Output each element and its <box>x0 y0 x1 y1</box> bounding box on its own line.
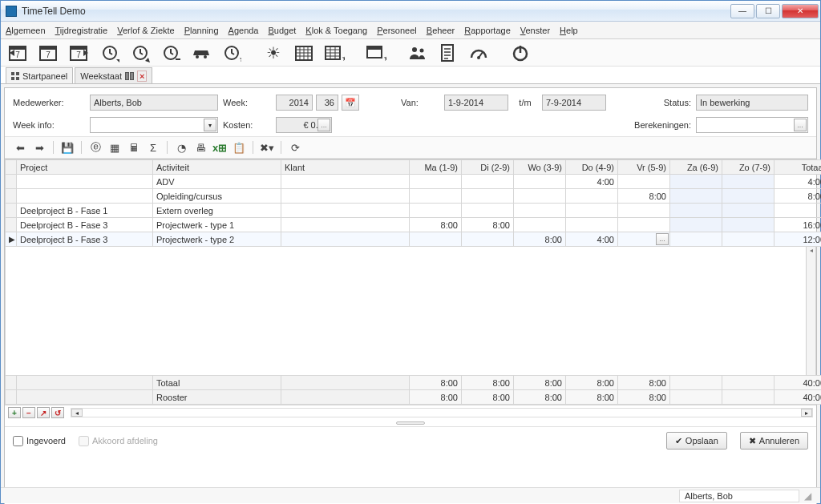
col-vr[interactable]: Vr (5-9) <box>618 160 670 175</box>
toolbar-clock1-icon[interactable] <box>99 42 121 64</box>
menu-venster[interactable]: Venster <box>520 26 550 35</box>
week-number-field[interactable]: 36 <box>316 95 338 111</box>
toolbar-calendar-star-icon[interactable]: ★ <box>323 42 346 64</box>
scroll-right-icon[interactable]: ▸ <box>801 409 812 417</box>
menu-agenda[interactable]: Agenda <box>229 26 259 35</box>
annuleren-button[interactable]: ✖ Annuleren <box>740 432 808 450</box>
berekeningen-label: Berekeningen: <box>627 120 691 130</box>
col-wo[interactable]: Wo (3-9) <box>514 160 566 175</box>
bottom-bar: Ingevoerd Akkoord afdeling ✔ Opslaan ✖ A… <box>5 426 816 454</box>
tab-weekstaat[interactable]: Weekstaat × <box>75 67 152 83</box>
cancel-icon: ✖ <box>749 436 756 446</box>
toolbar-week-next-icon[interactable]: 7 <box>68 42 91 64</box>
col-project[interactable]: Project <box>17 160 153 175</box>
save-icon[interactable]: 💾 <box>60 140 75 155</box>
col-ma[interactable]: Ma (1-9) <box>410 160 462 175</box>
table-row[interactable]: Opleiding/cursus8:008:00 <box>6 189 822 204</box>
toolbar-clock3-icon[interactable] <box>160 42 182 64</box>
print-icon[interactable]: 🖶 <box>193 140 208 155</box>
resize-grip-icon[interactable]: ◢ <box>804 490 815 502</box>
app-window: TimeTell Demo — ☐ ✕ Algemeen Tijdregistr… <box>0 0 821 504</box>
ellipsis-icon[interactable]: … <box>794 119 807 131</box>
svg-text:7: 7 <box>15 50 20 59</box>
window-minimize-button[interactable]: — <box>730 4 754 18</box>
horizontal-scrollbar[interactable]: ◂ ▸ <box>71 408 813 417</box>
toolbar-week-current-icon[interactable]: 7 <box>38 42 60 64</box>
toolbar-sun-icon[interactable]: ☀ <box>262 42 285 64</box>
weekinfo-dropdown[interactable]: ▾ <box>90 117 218 133</box>
nav-next-icon[interactable]: ➡ <box>32 140 47 155</box>
menu-algemeen[interactable]: Algemeen <box>6 26 46 35</box>
grid-icon[interactable]: ▦ <box>107 140 122 155</box>
toolbar-car-icon[interactable] <box>190 42 212 64</box>
menu-help[interactable]: Help <box>560 26 578 35</box>
kosten-label: Kosten: <box>223 120 271 130</box>
menu-rapportage[interactable]: Rapportage <box>464 26 511 35</box>
row-indicator: ▶ <box>6 232 17 247</box>
menu-klok-toegang[interactable]: Klok & Toegang <box>305 26 367 35</box>
tab-close-button[interactable]: × <box>137 71 147 82</box>
col-za[interactable]: Za (6-9) <box>670 160 722 175</box>
tab-startpaneel[interactable]: Startpaneel <box>6 67 73 83</box>
toolbar-people-icon[interactable] <box>406 42 429 64</box>
scroll-indicator-icon[interactable]: ◂ <box>806 247 815 375</box>
ingevoerd-checkbox[interactable]: Ingevoerd <box>13 436 66 446</box>
toolbar-report-icon[interactable] <box>437 42 459 64</box>
menu-tijdregistratie[interactable]: Tijdregistratie <box>55 26 108 35</box>
col-di[interactable]: Di (2-9) <box>462 160 514 175</box>
euro-icon[interactable]: ⓔ <box>88 140 103 155</box>
excel-icon[interactable]: x⊞ <box>212 140 227 155</box>
col-do[interactable]: Do (4-9) <box>566 160 618 175</box>
kosten-field[interactable]: € 0.00 … <box>276 117 332 133</box>
splitter-handle[interactable] <box>5 420 816 426</box>
row-dup-button[interactable]: ↗ <box>37 407 50 418</box>
col-zo[interactable]: Zo (7-9) <box>722 160 774 175</box>
toolbar-window-star-icon[interactable]: ★ <box>365 42 387 64</box>
main-toolbar: 7 7 7 ★ ☀ ★ ★ <box>1 39 820 67</box>
calc-icon[interactable]: 🖩 <box>127 140 141 155</box>
medewerker-field[interactable]: Alberts, Bob <box>90 95 218 111</box>
check-icon: ✔ <box>675 436 682 446</box>
refresh-icon[interactable]: ⟳ <box>288 140 302 155</box>
toolbar-week-prev-icon[interactable]: 7 <box>7 42 30 64</box>
window-maximize-button[interactable]: ☐ <box>756 4 780 18</box>
berekeningen-field[interactable]: … <box>696 117 808 133</box>
row-add-button[interactable]: + <box>8 407 21 418</box>
cell-picker-button[interactable]: … <box>656 233 669 245</box>
toolbar-gauge-icon[interactable] <box>467 42 490 64</box>
menu-budget[interactable]: Budget <box>268 26 296 35</box>
filter-bar: Medewerker: Alberts, Bob Week: 2014 36 📅… <box>5 88 816 136</box>
menu-verlof-ziekte[interactable]: Verlof & Ziekte <box>117 26 175 35</box>
table-row[interactable]: Deelproject B - Fase 3Projectwerk - type… <box>6 218 822 232</box>
row-header-column <box>6 160 17 175</box>
tools-icon[interactable]: ✖▾ <box>260 140 274 155</box>
col-activiteit[interactable]: Activiteit <box>153 160 281 175</box>
calendar-picker-button[interactable]: 📅 <box>342 95 359 111</box>
list-icon[interactable]: 📋 <box>232 140 246 155</box>
svg-point-16 <box>196 55 199 58</box>
week-year-field[interactable]: 2014 <box>276 95 313 111</box>
ellipsis-icon[interactable]: … <box>317 119 330 131</box>
table-row[interactable]: ADV4:004:00 <box>6 175 822 189</box>
row-delete-button[interactable]: − <box>22 407 35 418</box>
grid-row-buttons: + − ↗ ↺ ◂ ▸ <box>5 405 816 420</box>
col-totaal[interactable]: Totaal <box>774 160 822 175</box>
calendar-icon: 📅 <box>345 98 356 108</box>
window-close-button[interactable]: ✕ <box>782 4 819 18</box>
sigma-icon[interactable]: Σ <box>146 140 160 155</box>
toolbar-clock2-icon[interactable] <box>129 42 152 64</box>
col-klant[interactable]: Klant <box>281 160 410 175</box>
toolbar-clock-star-icon[interactable]: ★ <box>220 42 243 64</box>
toolbar-power-icon[interactable] <box>509 42 532 64</box>
menu-beheer[interactable]: Beheer <box>427 26 455 35</box>
nav-prev-icon[interactable]: ⬅ <box>13 140 27 155</box>
menu-planning[interactable]: Planning <box>184 26 219 35</box>
table-row[interactable]: ▶Deelproject B - Fase 3Projectwerk - typ… <box>6 232 822 247</box>
table-row[interactable]: Deelproject B - Fase 1Extern overleg <box>6 204 822 218</box>
clock-small-icon[interactable]: ◔ <box>174 140 188 155</box>
row-undo-button[interactable]: ↺ <box>51 407 64 418</box>
opslaan-button[interactable]: ✔ Opslaan <box>666 432 727 450</box>
toolbar-calendar1-icon[interactable] <box>293 42 315 64</box>
menu-personeel[interactable]: Personeel <box>377 26 417 35</box>
scroll-left-icon[interactable]: ◂ <box>71 409 83 417</box>
